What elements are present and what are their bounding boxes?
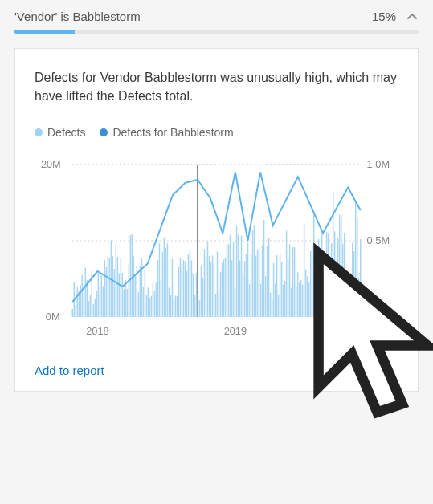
legend-dot-icon: [100, 128, 108, 136]
add-to-report-link[interactable]: Add to report: [35, 364, 104, 377]
percent-label: 15%: [372, 10, 396, 23]
legend-label: Defects for Babblestorm: [112, 126, 233, 139]
svg-text:1.0M: 1.0M: [367, 158, 390, 170]
chevron-up-icon[interactable]: [406, 10, 419, 23]
progress-bar: [14, 30, 419, 34]
chart-area: 20M0M1.0M0.5M0.0M20182019: [35, 148, 398, 349]
svg-text:0.0M: 0.0M: [367, 311, 390, 323]
insight-text: Defects for Vendor Babblestorm was unusu…: [35, 68, 398, 105]
svg-text:2018: 2018: [86, 325, 108, 337]
svg-text:2019: 2019: [224, 325, 247, 337]
svg-text:0M: 0M: [46, 311, 60, 323]
progress-fill: [14, 30, 75, 34]
insight-title: 'Vendor' is Babblestorm: [14, 10, 141, 23]
chart-legend: Defects Defects for Babblestorm: [35, 126, 398, 139]
legend-defects: Defects: [35, 126, 85, 139]
legend-babblestorm: Defects for Babblestorm: [100, 126, 233, 139]
svg-text:0.5M: 0.5M: [367, 234, 390, 246]
legend-label: Defects: [47, 126, 85, 139]
insight-card: Defects for Vendor Babblestorm was unusu…: [14, 48, 419, 392]
legend-dot-icon: [35, 128, 43, 136]
svg-text:20M: 20M: [41, 158, 61, 170]
